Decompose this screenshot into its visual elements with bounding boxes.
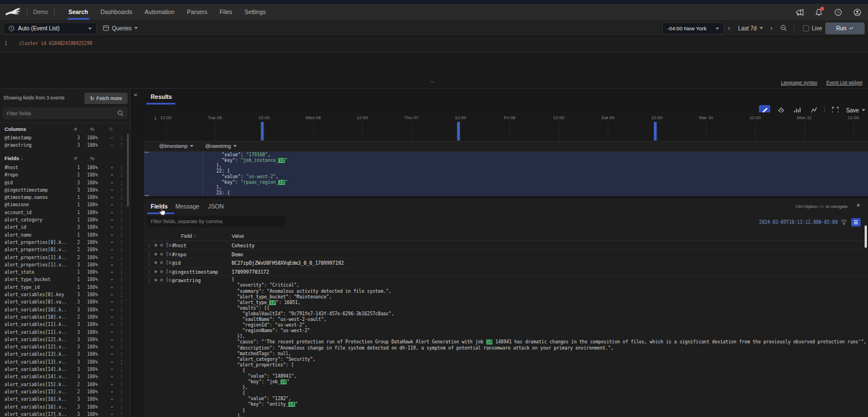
field-menu-icon[interactable]: ⋮	[119, 225, 124, 230]
sidebar-field-row[interactable]: @timezone1100%+⋮	[0, 201, 130, 208]
footer-link-1[interactable]: Event List widget	[826, 80, 862, 85]
nav-tab-files[interactable]: Files	[220, 4, 232, 20]
inspector-tab-message[interactable]: Message	[175, 203, 200, 210]
workspace-name[interactable]: Demo	[33, 9, 48, 15]
select-column-icon[interactable]: [x	[166, 251, 171, 257]
inspector-tab-fields[interactable]: Fields	[151, 203, 168, 210]
add-field-button[interactable]: +	[109, 360, 115, 365]
field-menu-icon[interactable]: ⋮	[119, 277, 124, 282]
sidebar-field-row[interactable]: alert_variables[16].k..3100%+⋮	[0, 396, 130, 403]
add-field-button[interactable]: +	[109, 292, 115, 297]
sidebar-field-row[interactable]: #repo1100%+⋮	[0, 171, 130, 179]
filter-fields-input[interactable]: Filter fields	[3, 107, 128, 119]
announcements-icon[interactable]	[795, 8, 804, 16]
drag-handle-icon[interactable]: ⋮	[147, 251, 152, 257]
field-menu-icon[interactable]: ⋮	[119, 405, 124, 410]
sidebar-field-row[interactable]: alert_category1100%+⋮	[0, 216, 130, 224]
event-timestamp[interactable]: 2024-03-09T10:13:12.000-05:00	[759, 220, 838, 225]
help-icon[interactable]: ?	[834, 8, 842, 16]
query-editor[interactable]: 1 cluster id 6184824190925299	[0, 36, 868, 53]
queries-button[interactable]: Queries	[103, 20, 138, 36]
add-field-button[interactable]: +	[109, 165, 115, 170]
field-menu-icon[interactable]: ⋮	[119, 389, 124, 395]
live-toggle[interactable]: Live	[803, 20, 822, 36]
fetch-more-button[interactable]: ↻ Fetch more	[84, 93, 128, 104]
include-filter-icon[interactable]: ⊕	[155, 242, 157, 248]
field-menu-icon[interactable]: ⋮	[119, 165, 124, 170]
sidebar-field-row[interactable]: @timestamp3100%−⋮	[0, 134, 130, 142]
sidebar-field-row[interactable]: alert_variables[17].k..3100%+⋮	[0, 411, 130, 417]
field-menu-icon[interactable]: ⋮	[119, 285, 124, 290]
sidebar-field-row[interactable]: alert_variables[14].k..3100%+⋮	[0, 366, 130, 373]
results-timeline-chart[interactable]: 1 12:00Tue 0512:00Wed 0612:00Thu 0712:00…	[144, 112, 868, 142]
select-column-icon[interactable]: [x	[166, 277, 171, 283]
add-field-button[interactable]: +	[109, 397, 115, 402]
sync-columns-icon[interactable]: ◇	[109, 126, 112, 132]
select-column-icon[interactable]: [x	[166, 260, 171, 265]
field-menu-icon[interactable]: ⋮	[119, 233, 124, 238]
sidebar-field-row[interactable]: alert_variables[15].k..2100%+⋮	[0, 381, 130, 388]
sidebar-field-row[interactable]: @timestamp.nanos1100%+⋮	[0, 194, 130, 201]
sidebar-field-row[interactable]: alert_variables[0].key3100%+⋮	[0, 291, 130, 298]
add-field-button[interactable]: +	[109, 217, 115, 223]
results-tab[interactable]: Results	[151, 93, 172, 100]
nav-tab-search[interactable]: Search	[69, 4, 88, 20]
query-text[interactable]: cluster id 6184824190925299	[19, 41, 92, 46]
drag-handle-icon[interactable]: ⋮	[147, 260, 152, 265]
field-menu-icon[interactable]: ⋮	[119, 330, 124, 335]
field-menu-icon[interactable]: ⋮	[119, 300, 124, 305]
sidebar-field-row[interactable]: alert_properties[0].v..2100%+⋮	[0, 246, 130, 253]
add-field-button[interactable]: +	[109, 300, 115, 305]
field-menu-icon[interactable]: ⋮	[119, 240, 124, 245]
timeline-event-bar[interactable]	[457, 122, 460, 140]
add-field-button[interactable]: +	[109, 255, 115, 260]
field-menu-icon[interactable]: ⋮	[119, 217, 124, 223]
sidebar-field-row[interactable]: account_id1100%+⋮	[0, 209, 130, 216]
field-menu-icon[interactable]: ⋮	[119, 315, 124, 320]
timezone-selector[interactable]: -04:00 New York	[662, 22, 724, 34]
time-range-selector[interactable]: Last 7d	[738, 20, 763, 36]
field-menu-icon[interactable]: ⋮	[119, 412, 124, 417]
inspector-tab-json[interactable]: JSON	[208, 203, 224, 210]
include-filter-icon[interactable]: ⊕	[155, 269, 157, 274]
field-menu-icon[interactable]: ⋮	[119, 397, 124, 402]
sidebar-field-row[interactable]: alert_variables[16].v..3100%+⋮	[0, 404, 130, 411]
add-field-button[interactable]: +	[109, 233, 115, 238]
field-menu-icon[interactable]: ⋮	[119, 247, 124, 252]
field-menu-icon[interactable]: ⋮	[119, 352, 124, 357]
include-filter-icon[interactable]: ⊕	[155, 251, 157, 257]
sidebar-field-row[interactable]: alert_properties[1].v..3100%+⋮	[0, 261, 130, 269]
drag-handle-icon[interactable]: ⋮	[147, 269, 152, 274]
sidebar-field-row[interactable]: alert_properties[0].k..2100%+⋮	[0, 239, 130, 246]
remove-column-button[interactable]: −	[109, 143, 115, 148]
inspector-row[interactable]: ⋮⊕⊘[x@idBC27zpDjZWxU8FHS8XVqEdm3_0_0_170…	[144, 259, 868, 268]
field-menu-icon[interactable]: ⋮	[119, 262, 124, 268]
sidebar-field-row[interactable]: alert_name1100%+⋮	[0, 232, 130, 239]
nav-tab-dashboards[interactable]: Dashboards	[101, 4, 133, 20]
remove-column-button[interactable]: −	[109, 135, 115, 140]
add-field-button[interactable]: +	[109, 270, 115, 275]
field-menu-icon[interactable]: ⋮	[119, 345, 124, 350]
field-menu-icon[interactable]: ⋮	[119, 255, 124, 260]
field-menu-icon[interactable]: ⋮	[119, 135, 124, 140]
value-column-header[interactable]: Value	[232, 233, 244, 239]
add-field-button[interactable]: +	[109, 382, 115, 387]
drag-handle-icon[interactable]: ⋮	[147, 242, 152, 248]
add-field-button[interactable]: +	[109, 345, 115, 350]
close-inspector-button[interactable]: ×	[857, 202, 860, 208]
live-checkbox[interactable]	[803, 25, 809, 31]
exclude-filter-icon[interactable]: ⊘	[160, 269, 163, 274]
add-field-button[interactable]: +	[109, 315, 115, 320]
event-column-header-rawstring[interactable]: @rawstring	[205, 143, 237, 149]
inspector-row[interactable]: ⋮⊕⊘[x#hostCohesity	[144, 241, 868, 250]
field-menu-icon[interactable]: ⋮	[119, 367, 124, 372]
add-field-button[interactable]: +	[109, 337, 115, 342]
field-menu-icon[interactable]: ⋮	[119, 382, 124, 387]
exclude-filter-icon[interactable]: ⊘	[160, 277, 163, 283]
sidebar-field-row[interactable]: @ingesttimestamp3100%+⋮	[0, 187, 130, 194]
add-field-button[interactable]: +	[109, 330, 115, 335]
add-field-button[interactable]: +	[109, 195, 115, 200]
inspector-row[interactable]: ⋮⊕⊘[x@ingesttimestamp1709997703172	[144, 268, 868, 277]
sidebar-field-row[interactable]: alert_id3100%+⋮	[0, 224, 130, 231]
falcon-logo-icon[interactable]	[4, 7, 21, 17]
